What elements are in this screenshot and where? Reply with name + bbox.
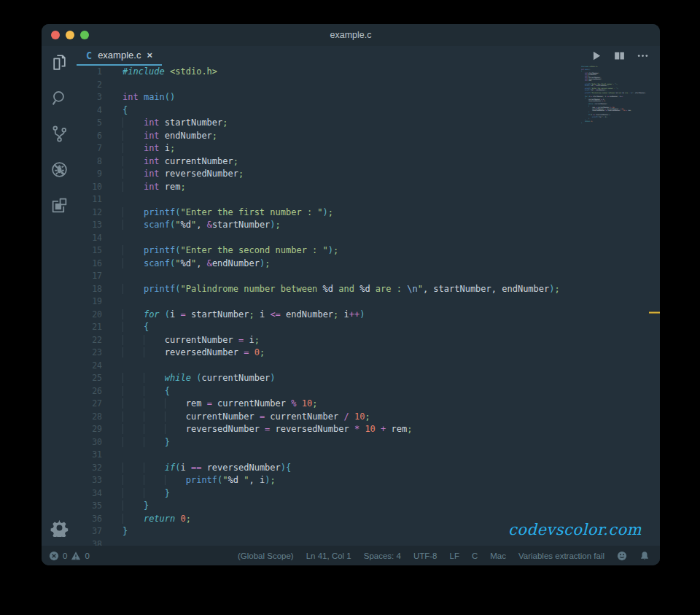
tab-close-icon[interactable]: ×	[147, 50, 152, 61]
close-window-button[interactable]	[51, 31, 60, 39]
warning-triangle-icon[interactable]	[71, 551, 81, 561]
line-number: 31	[77, 449, 102, 462]
code-line[interactable]: 23 reversedNumber = 0;	[77, 347, 660, 360]
c-language-icon: C	[86, 50, 92, 61]
line-number: 27	[77, 398, 102, 411]
status-item[interactable]: LF	[449, 552, 459, 560]
code-line[interactable]: 13 scanf("%d", &startNumber);	[77, 219, 660, 232]
problem-count[interactable]: 0	[85, 552, 89, 560]
editor-actions	[590, 46, 660, 66]
code-line[interactable]: 15 printf("Enter the second number : ");	[77, 244, 660, 258]
line-number: 5	[77, 117, 102, 130]
code-line[interactable]: 2	[77, 79, 660, 92]
line-number: 1	[77, 66, 102, 79]
titlebar: example.c	[42, 24, 660, 46]
code-line[interactable]: 27 rem = currentNumber % 10;	[77, 398, 660, 411]
line-number: 24	[77, 360, 102, 373]
line-number: 7	[77, 142, 102, 155]
line-number: 23	[77, 347, 102, 360]
line-number: 10	[77, 181, 102, 194]
line-number: 6	[77, 130, 102, 143]
code-line[interactable]: 11	[77, 193, 660, 206]
tab-label: example.c	[98, 50, 141, 61]
zoom-window-button[interactable]	[80, 31, 89, 39]
line-number: 9	[77, 168, 102, 181]
line-number: 28	[77, 411, 102, 424]
status-item[interactable]: Ln 41, Col 1	[306, 552, 351, 560]
status-bar: 00 (Global Scope)Ln 41, Col 1Spaces: 4UT…	[42, 546, 660, 565]
code-line[interactable]: 8 int currentNumber;	[77, 155, 660, 169]
line-number: 30	[77, 436, 102, 449]
status-item[interactable]: (Global Scope)	[238, 552, 294, 560]
tab-bar: C example.c ×	[77, 46, 660, 66]
tab-example-c[interactable]: C example.c ×	[77, 46, 162, 66]
code-line[interactable]: 7 int i;	[77, 142, 660, 155]
code-line[interactable]: 17	[77, 270, 660, 283]
code-line[interactable]: 22 currentNumber = i;	[77, 334, 660, 347]
code-line[interactable]: 14	[77, 232, 660, 245]
split-editor-icon[interactable]	[613, 50, 626, 62]
code-line[interactable]: 21 {	[77, 321, 660, 334]
code-line[interactable]: 9 int reversedNumber;	[77, 168, 660, 181]
line-number: 36	[77, 513, 102, 526]
code-line[interactable]: 33 printf("%d ", i);	[77, 474, 660, 487]
code-line[interactable]: 1#include <stdio.h>	[77, 66, 660, 79]
problem-count[interactable]: 0	[63, 552, 67, 560]
line-number: 17	[77, 270, 102, 283]
explorer-icon[interactable]	[50, 53, 69, 71]
line-number: 20	[77, 309, 102, 322]
code-line[interactable]: 35 }	[77, 500, 660, 513]
line-number: 11	[77, 193, 102, 206]
code-line[interactable]: 5 int startNumber;	[77, 117, 660, 130]
code-line[interactable]: 16 scanf("%d", &endNumber);	[77, 258, 660, 271]
extensions-icon[interactable]	[50, 196, 69, 214]
status-item[interactable]: Variables extraction fail	[518, 552, 604, 560]
status-item[interactable]: Spaces: 4	[364, 552, 401, 560]
more-actions-icon[interactable]	[637, 50, 649, 62]
code-line[interactable]: 30 }	[77, 436, 660, 449]
error-circle-icon[interactable]	[49, 551, 59, 561]
run-button-icon[interactable]	[590, 50, 602, 62]
settings-gear-icon[interactable]	[50, 519, 69, 537]
source-control-icon[interactable]	[50, 125, 69, 143]
status-item[interactable]: UTF-8	[413, 552, 438, 560]
code-line[interactable]: 31	[77, 449, 660, 462]
code-line[interactable]: 19	[77, 295, 660, 309]
line-number: 16	[77, 258, 102, 271]
code-line[interactable]: 25 while (currentNumber)	[77, 372, 660, 385]
minimize-window-button[interactable]	[66, 31, 74, 39]
activity-bar	[42, 46, 77, 546]
code-line[interactable]: 34 }	[77, 487, 660, 500]
code-editor[interactable]: 1#include <stdio.h>23int main()4{5 int s…	[77, 66, 660, 546]
code-line[interactable]: 29 reversedNumber = reversedNumber * 10 …	[77, 423, 660, 436]
overview-ruler-warning-marker[interactable]	[649, 312, 660, 314]
code-line[interactable]: 24	[77, 360, 660, 373]
line-number: 18	[77, 283, 102, 296]
line-number: 2	[77, 79, 102, 92]
code-line[interactable]: 20 for (i = startNumber; i <= endNumber;…	[77, 309, 660, 322]
code-line[interactable]: 12 printf("Enter the first number : ");	[77, 206, 660, 220]
line-number: 22	[77, 334, 102, 347]
status-item[interactable]: C	[472, 552, 478, 560]
window-title: example.c	[42, 24, 660, 46]
line-number: 3	[77, 91, 102, 104]
code-line[interactable]: 4{	[77, 104, 660, 117]
code-line[interactable]: 3int main()	[77, 91, 660, 104]
minimap[interactable]: #include <stdio.h>int main(){ int startN…	[581, 66, 647, 125]
code-line[interactable]: 32 if(i == reversedNumber){	[77, 462, 660, 475]
code-line[interactable]: 6 int endNumber;	[77, 130, 660, 143]
line-number: 34	[77, 487, 102, 500]
code-line[interactable]: 10 int rem;	[77, 181, 660, 194]
code-line[interactable]: 38	[77, 538, 660, 546]
code-line[interactable]: 28 currentNumber = currentNumber / 10;	[77, 411, 660, 424]
debug-disabled-icon[interactable]	[50, 160, 69, 179]
feedback-smiley-icon[interactable]	[617, 551, 627, 561]
notifications-bell-icon[interactable]	[639, 551, 650, 561]
status-item[interactable]: Mac	[490, 552, 506, 560]
line-number: 29	[77, 423, 102, 436]
code-line[interactable]: 26 {	[77, 385, 660, 398]
code-line[interactable]: 18 printf("Palindrome number between %d …	[77, 283, 660, 296]
line-number: 19	[77, 295, 102, 309]
line-number: 21	[77, 321, 102, 334]
search-icon[interactable]	[50, 89, 69, 107]
